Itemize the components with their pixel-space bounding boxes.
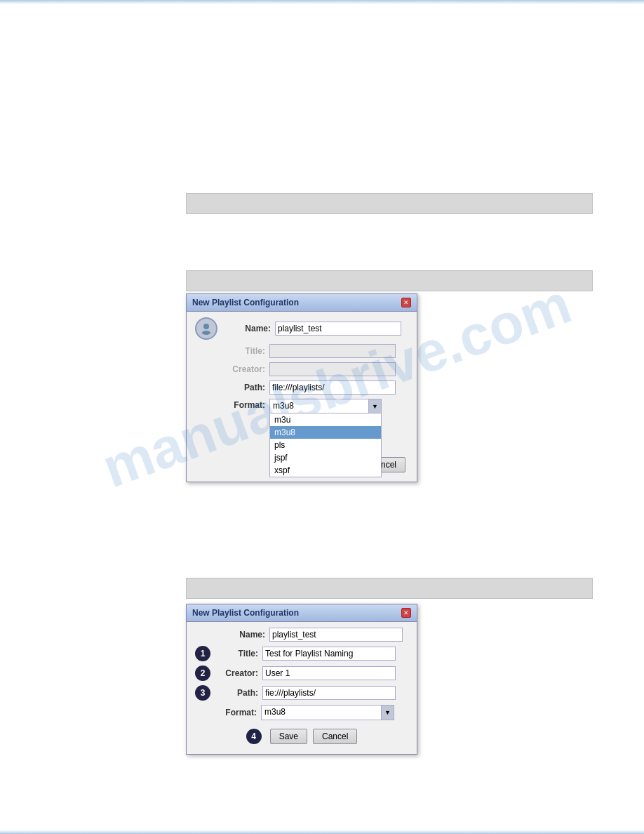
- dialog-1-path-row: Path:: [195, 380, 408, 395]
- dialog-1-creator-input: [269, 362, 396, 376]
- dialog-1-close[interactable]: ✕: [401, 298, 411, 307]
- dialog-1-path-label: Path:: [220, 383, 269, 392]
- dialog-2-titlebar: New Playlist Configuration ✕: [187, 604, 417, 622]
- dialog-2-name-input[interactable]: [269, 628, 403, 642]
- dialog-1-body: Name: Title: Creator: Path: Format:: [187, 312, 417, 482]
- dropdown-option-xspf[interactable]: xspf: [270, 464, 381, 477]
- dialog-1-creator-label: Creator:: [220, 364, 269, 374]
- dialog-2-title-input[interactable]: [262, 647, 396, 661]
- dialog-1-format-row: Format: m3u8 ▼ m3u m3u8 pls jspf xspf: [195, 399, 408, 414]
- dialog-2-cancel-button[interactable]: Cancel: [313, 729, 357, 744]
- dialog-2-name-label: Name:: [220, 630, 269, 640]
- dialog-1-format-dropdown[interactable]: m3u8 ▼ m3u m3u8 pls jspf xspf: [269, 399, 382, 414]
- dialog-1-title-input: [269, 344, 396, 358]
- dialog-2-creator-row: 2 Creator:: [195, 666, 408, 681]
- dropdown-option-pls[interactable]: pls: [270, 439, 381, 451]
- dialog-1-titlebar: New Playlist Configuration ✕: [187, 294, 417, 312]
- step-2-badge: 2: [195, 666, 210, 681]
- dialog-2-dropdown-arrow-icon[interactable]: ▼: [381, 706, 394, 720]
- dialog-2-footer: 4 Save Cancel: [195, 724, 408, 746]
- step-3-badge: 3: [195, 685, 210, 701]
- content-bar-2: [186, 270, 593, 291]
- dialog-2-format-value: m3u8: [262, 706, 381, 720]
- dialog-1-name-row: Name:: [195, 317, 408, 340]
- dialog-1-avatar: [195, 317, 217, 340]
- dialog-1-title-label: Title:: [220, 346, 269, 356]
- dialog-1: New Playlist Configuration ✕ Name: Title…: [186, 293, 417, 482]
- dropdown-option-m3u[interactable]: m3u: [270, 413, 381, 426]
- dialog-1-creator-row: Creator:: [195, 362, 408, 376]
- dialog-2-format-label: Format:: [212, 708, 261, 717]
- dialog-2-creator-input[interactable]: [262, 666, 396, 680]
- step-1-badge: 1: [195, 646, 210, 661]
- step-4-badge: 4: [246, 729, 262, 744]
- svg-point-1: [202, 331, 210, 335]
- dialog-2-title: New Playlist Configuration: [192, 608, 299, 618]
- bottom-bar: [0, 830, 644, 834]
- dropdown-option-m3u8[interactable]: m3u8: [270, 426, 381, 439]
- dropdown-option-jspf[interactable]: jspf: [270, 451, 381, 464]
- dialog-2-path-row: 3 Path:: [195, 685, 408, 701]
- content-bar-3: [186, 578, 593, 599]
- dialog-2-path-label: Path:: [213, 688, 262, 698]
- dialog-1-title: New Playlist Configuration: [192, 298, 299, 307]
- dialog-2-close[interactable]: ✕: [401, 608, 411, 618]
- dialog-1-name-input[interactable]: [275, 322, 401, 336]
- dropdown-arrow-icon[interactable]: ▼: [368, 399, 381, 413]
- dialog-1-format-label: Format:: [220, 399, 269, 410]
- dialog-2-path-input[interactable]: [262, 686, 396, 700]
- svg-point-0: [203, 324, 209, 329]
- dialog-1-title-row: Title:: [195, 344, 408, 358]
- content-bar-1: [186, 193, 593, 214]
- dialog-2-name-row: Name:: [195, 628, 408, 642]
- dropdown-list: m3u m3u8 pls jspf xspf: [269, 413, 382, 477]
- dialog-1-name-label: Name:: [226, 324, 275, 333]
- dialog-2-creator-label: Creator:: [213, 668, 262, 678]
- dialog-1-format-value: m3u8: [270, 399, 368, 413]
- dialog-2-body: Name: 1 Title: 2 Creator: 3 Path: Format…: [187, 622, 417, 754]
- dialog-2-format-row: Format: m3u8 ▼: [195, 705, 408, 720]
- dialog-2-title-row: 1 Title:: [195, 646, 408, 661]
- dialog-2-save-button[interactable]: Save: [270, 729, 307, 744]
- top-bar: [0, 0, 644, 4]
- dialog-1-path-input[interactable]: [269, 380, 396, 395]
- dialog-2-title-label: Title:: [213, 649, 262, 658]
- dialog-2: New Playlist Configuration ✕ Name: 1 Tit…: [186, 604, 417, 755]
